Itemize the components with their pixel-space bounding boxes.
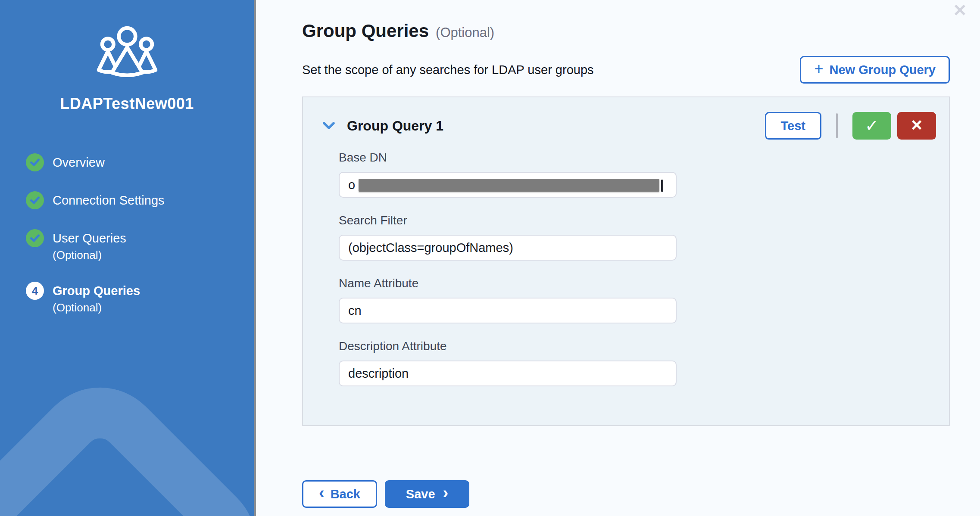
chevron-left-icon: ‹: [319, 484, 325, 502]
step-number-badge: 4: [26, 282, 44, 300]
step-text: Overview: [53, 153, 105, 171]
step-label: User Queries: [53, 229, 126, 247]
search-filter-input[interactable]: (objectClass=groupOfNames): [339, 235, 677, 261]
search-filter-label: Search Filter: [339, 213, 936, 228]
step-label: Group Queries: [53, 282, 140, 300]
save-button[interactable]: Save ›: [385, 480, 469, 508]
field-search-filter: Search Filter (objectClass=groupOfNames): [339, 213, 936, 261]
description-attribute-input[interactable]: description: [339, 361, 677, 386]
name-attribute-input[interactable]: cn: [339, 298, 677, 323]
main-panel: × Group Queries (Optional) Set the scope…: [256, 0, 980, 516]
description-attribute-label: Description Attribute: [339, 339, 936, 354]
delete-button[interactable]: ×: [897, 112, 936, 140]
field-name-attribute: Name Attribute cn: [339, 276, 936, 323]
step-complete-icon: [26, 153, 44, 171]
redaction-bar: [359, 179, 659, 192]
page-title: Group Queries: [302, 21, 429, 41]
field-description-attribute: Description Attribute description: [339, 339, 936, 386]
page-header: Group Queries (Optional): [302, 21, 980, 41]
connector-name: LDAPTestNew001: [0, 95, 254, 113]
step-text: Connection Settings: [53, 191, 165, 209]
back-label: Back: [331, 487, 360, 501]
group-query-card: Group Query 1 Test ✓ × Base DN: [302, 96, 950, 426]
base-dn-label: Base DN: [339, 150, 936, 165]
confirm-button[interactable]: ✓: [852, 112, 891, 140]
page-subtitle: Set the scope of any searches for LDAP u…: [302, 63, 594, 77]
step-sublabel: (Optional): [53, 248, 126, 262]
group-query-card-header: Group Query 1 Test ✓ ×: [316, 112, 936, 140]
group-query-form: Base DN o Search Filter (objectClass=gro…: [339, 150, 936, 386]
name-attribute-label: Name Attribute: [339, 276, 936, 291]
user-group-icon: [92, 25, 162, 81]
base-dn-input[interactable]: o: [339, 172, 677, 198]
sidebar-step-user-queries[interactable]: User Queries (Optional): [26, 229, 254, 262]
new-group-query-label: New Group Query: [829, 63, 936, 77]
step-complete-icon: [26, 229, 44, 247]
test-button[interactable]: Test: [765, 112, 821, 140]
wizard-footer: ‹ Back Save ›: [302, 480, 980, 508]
field-base-dn: Base DN o: [339, 150, 936, 198]
wizard-steps: Overview Connection Settings User Querie…: [0, 153, 254, 314]
sidebar-watermark: [0, 361, 256, 516]
new-group-query-button[interactable]: + New Group Query: [800, 56, 950, 84]
redacted-char: [661, 180, 663, 192]
group-query-title: Group Query 1: [347, 118, 443, 134]
chevron-right-icon: ›: [443, 484, 449, 502]
wizard-sidebar: LDAPTestNew001 Overview Connection Setti…: [0, 0, 256, 516]
step-complete-icon: [26, 191, 44, 209]
back-button[interactable]: ‹ Back: [302, 480, 377, 508]
plus-icon: +: [814, 60, 823, 78]
sidebar-header: LDAPTestNew001: [0, 0, 254, 113]
close-icon[interactable]: ×: [954, 0, 966, 21]
group-query-toggle[interactable]: Group Query 1: [316, 118, 443, 134]
vertical-divider: [836, 113, 838, 138]
step-sublabel: (Optional): [53, 301, 140, 314]
subtitle-row: Set the scope of any searches for LDAP u…: [302, 56, 950, 84]
sidebar-step-overview[interactable]: Overview: [26, 153, 254, 171]
check-icon: ✓: [865, 116, 879, 135]
step-text: User Queries (Optional): [53, 229, 126, 262]
group-query-actions: Test ✓ ×: [765, 112, 936, 140]
sidebar-step-group-queries[interactable]: 4 Group Queries (Optional): [26, 282, 254, 314]
description-attribute-value: description: [348, 367, 409, 381]
x-icon: ×: [911, 115, 922, 134]
ldap-connector-wizard: LDAPTestNew001 Overview Connection Setti…: [0, 0, 980, 516]
base-dn-value: o: [348, 178, 355, 192]
step-text: Group Queries (Optional): [53, 282, 140, 314]
chevron-down-icon: [322, 121, 336, 130]
search-filter-value: (objectClass=groupOfNames): [348, 241, 513, 255]
step-label: Connection Settings: [53, 191, 165, 209]
sidebar-step-connection-settings[interactable]: Connection Settings: [26, 191, 254, 209]
name-attribute-value: cn: [348, 304, 362, 318]
step-label: Overview: [53, 153, 105, 171]
save-label: Save: [406, 487, 435, 501]
optional-tag: (Optional): [436, 25, 494, 40]
